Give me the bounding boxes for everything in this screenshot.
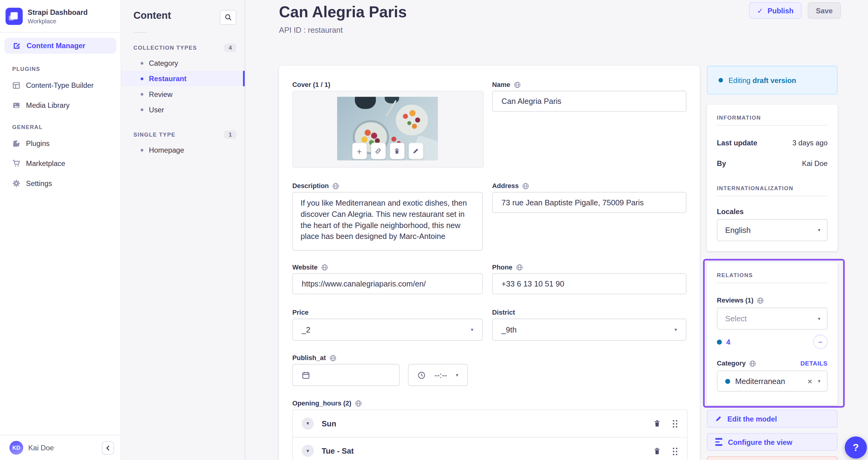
- expand-toggle-icon[interactable]: ▼: [302, 417, 314, 429]
- subnav-item-restaurant[interactable]: Restaurant: [121, 71, 245, 86]
- main-navigation: Strapi Dashboard Workplace Content Manag…: [0, 0, 121, 460]
- name-input[interactable]: Can Alegria Paris: [492, 91, 686, 112]
- reviews-field-label: Reviews (1): [717, 296, 827, 304]
- edit-model-button[interactable]: Edit the model: [707, 410, 837, 427]
- nav-section-plugins: PLUGINS: [12, 66, 121, 72]
- globe-icon: [757, 297, 764, 304]
- subnav-divider: [133, 32, 147, 33]
- reviews-select[interactable]: Select▾: [717, 308, 827, 330]
- copy-link-button[interactable]: [371, 143, 385, 159]
- puzzle-icon: [12, 139, 20, 147]
- details-link[interactable]: DETAILS: [800, 360, 828, 367]
- divider: [717, 125, 827, 126]
- bullet-icon: [141, 149, 143, 151]
- information-card: INFORMATION Last update 3 days ago By Ka…: [707, 104, 837, 251]
- last-update-value: 3 days ago: [792, 139, 827, 147]
- information-heading: INFORMATION: [717, 114, 827, 121]
- bullet-icon: [141, 93, 143, 95]
- nav-item-media-library[interactable]: Media Library: [12, 98, 121, 112]
- district-field-label: District: [492, 308, 515, 317]
- name-field-label: Name: [492, 81, 521, 89]
- category-select[interactable]: Mediterranean × ▾: [717, 371, 827, 392]
- trash-icon[interactable]: [653, 419, 661, 428]
- delete-media-button[interactable]: [390, 143, 404, 159]
- nav-item-plugins[interactable]: Plugins: [12, 137, 121, 150]
- trash-icon[interactable]: [653, 447, 661, 455]
- content-type-builder-icon: [12, 81, 20, 89]
- drag-handle-icon[interactable]: [672, 447, 678, 455]
- photo-cup: [384, 97, 399, 104]
- photo-berry: [391, 137, 396, 141]
- cover-field: +: [292, 91, 484, 168]
- collapse-sidebar-button[interactable]: [102, 441, 114, 455]
- subnav-item-user[interactable]: User: [121, 102, 245, 117]
- subnav-item-review[interactable]: Review: [121, 86, 245, 102]
- relation-link[interactable]: 4: [726, 338, 809, 346]
- price-field-label: Price: [292, 308, 309, 317]
- nav-section-general: GENERAL: [12, 124, 121, 130]
- internationalization-heading: INTERNATIONALIZATION: [717, 185, 827, 191]
- clear-icon[interactable]: ×: [807, 377, 812, 385]
- nav-item-settings[interactable]: Settings: [12, 176, 121, 190]
- expand-toggle-icon[interactable]: ▼: [302, 445, 314, 457]
- globe-icon: [321, 263, 328, 271]
- remove-relation-button[interactable]: −: [813, 335, 827, 349]
- photo-cup: [355, 97, 376, 109]
- add-media-button[interactable]: +: [352, 143, 367, 159]
- nav-item-marketplace[interactable]: Marketplace: [12, 157, 121, 170]
- subnav-item-homepage[interactable]: Homepage: [121, 142, 245, 158]
- trash-icon: [394, 148, 400, 155]
- configure-view-button[interactable]: Configure the view: [707, 433, 837, 451]
- drag-handle-icon[interactable]: [672, 419, 678, 428]
- edit-media-button[interactable]: [408, 143, 423, 159]
- chevron-down-icon: ▾: [471, 327, 473, 332]
- nav-item-content-type-builder[interactable]: Content-Type Builder: [12, 78, 121, 92]
- save-button[interactable]: Save: [808, 2, 841, 19]
- price-select[interactable]: _2▾: [292, 319, 483, 341]
- cover-photo[interactable]: +: [337, 97, 438, 161]
- phone-field-label: Phone: [492, 263, 523, 271]
- globe-icon: [332, 182, 339, 190]
- help-button[interactable]: ?: [845, 436, 867, 459]
- brand[interactable]: Strapi Dashboard Workplace: [0, 0, 121, 33]
- edit-form-card: Cover (1 / 1) +: [279, 66, 700, 460]
- clock-icon: [417, 371, 426, 379]
- search-button[interactable]: [220, 10, 237, 25]
- relations-card: RELATIONS Reviews (1) Select▾ 4 − Catego…: [707, 262, 837, 405]
- opening-hours-row-sun[interactable]: ▼ Sun: [293, 410, 687, 437]
- delete-entry-button[interactable]: [707, 456, 837, 460]
- opening-hours-row-tue-sat[interactable]: ▼ Tue - Sat: [293, 437, 687, 460]
- phone-input[interactable]: +33 6 13 10 51 90: [492, 273, 686, 294]
- website-input[interactable]: https://www.canalegriaparis.com/en/: [292, 273, 483, 294]
- bullet-icon: [141, 77, 143, 80]
- publish-at-time-input[interactable]: --:-- ▾: [408, 364, 468, 386]
- description-textarea[interactable]: If you like Mediterranean and exotic dis…: [292, 192, 483, 251]
- nav-item-content-manager[interactable]: Content Manager: [4, 38, 116, 54]
- divider: [717, 283, 827, 283]
- chevron-down-icon: ▾: [818, 228, 820, 233]
- user-name: Kai Doe: [28, 443, 97, 452]
- locales-select[interactable]: English▾: [717, 219, 827, 241]
- by-label: By: [717, 159, 726, 167]
- globe-icon: [354, 400, 362, 407]
- strapi-app: Strapi Dashboard Workplace Content Manag…: [0, 0, 868, 460]
- publish-button[interactable]: ✓ Publish: [749, 2, 802, 19]
- photo-bowl: [396, 104, 428, 135]
- relations-heading: RELATIONS: [717, 272, 827, 278]
- plus-icon: +: [357, 147, 362, 155]
- district-select[interactable]: _9th▾: [492, 319, 686, 341]
- question-mark-icon: ?: [853, 441, 859, 453]
- relation-item: 4 −: [717, 335, 827, 349]
- subnav-item-category[interactable]: Category: [121, 56, 245, 71]
- publish-at-date-input[interactable]: [292, 364, 399, 386]
- check-icon: ✓: [757, 6, 763, 14]
- divider: [717, 196, 827, 197]
- address-input[interactable]: 73 rue Jean Baptiste Pigalle, 75009 Pari…: [492, 192, 686, 213]
- opening-hours-field-label: Opening_hours (2): [292, 399, 362, 407]
- chevron-down-icon: ▾: [456, 372, 458, 377]
- collection-types-count-badge: 4: [224, 43, 237, 52]
- address-field-label: Address: [492, 182, 529, 190]
- link-icon: [375, 148, 381, 155]
- main-content: Can Alegria Paris API ID : restaurant ✓ …: [245, 0, 868, 460]
- category-field-label: Category: [717, 359, 756, 367]
